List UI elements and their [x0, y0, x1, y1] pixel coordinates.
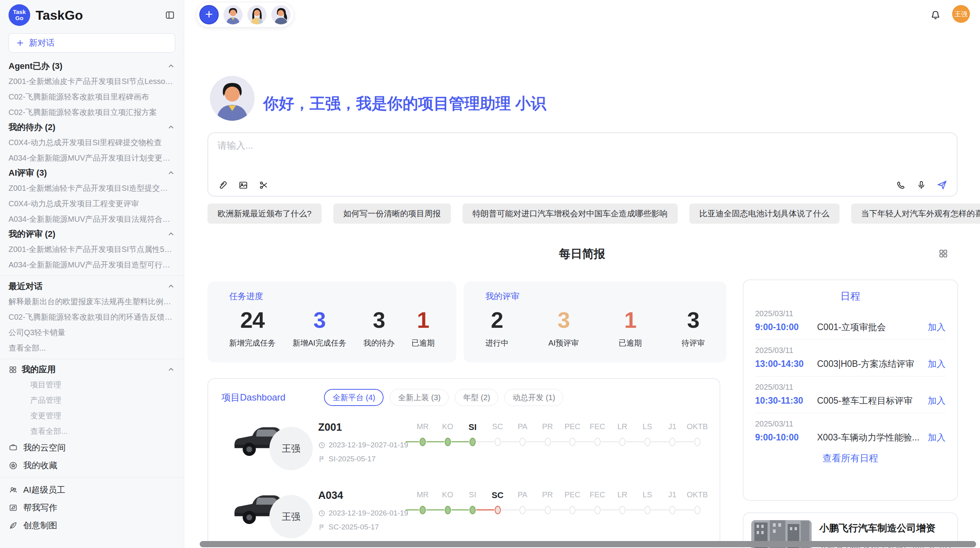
project-next-node: SI-2025-05-17 [318, 455, 375, 463]
recent-conversation-item[interactable]: C02-飞腾新能源轻客改款项目的闭环通告反馈情况 [9, 309, 175, 325]
sidebar-tool[interactable]: 创意制图 [9, 517, 175, 534]
sidebar-tool[interactable]: 帮我写作 [9, 499, 175, 517]
dashboard-tab[interactable]: 年型 (2) [455, 389, 498, 406]
join-meeting-link[interactable]: 加入 [928, 432, 946, 444]
join-meeting-link[interactable]: 加入 [928, 358, 946, 370]
chat-input[interactable] [217, 139, 948, 175]
milestone-dot[interactable] [495, 506, 501, 514]
suggestion-chip[interactable]: 特朗普可能对进口汽车增税会对中国车企造成哪些影响 [463, 204, 678, 224]
milestone-label: LS [635, 490, 660, 499]
sidebar-item[interactable]: C0X4-动力总成开发项目SI里程碑提交物检查 [9, 135, 175, 150]
milestone-dot[interactable] [545, 506, 551, 514]
microphone-icon[interactable] [916, 180, 927, 190]
chevron-up-icon[interactable] [167, 169, 175, 177]
dashboard-header: 项目Dashboard 全新平台 (4)全新上装 (3)年型 (2)动总开发 (… [208, 379, 720, 406]
milestone-dot[interactable] [694, 438, 701, 446]
app-item[interactable]: 变更管理 [9, 408, 175, 423]
add-assistant-button[interactable]: + [199, 5, 219, 24]
milestone-dot[interactable] [644, 506, 651, 514]
stat-item: 3待评审 [682, 308, 705, 348]
assistant-avatar-2[interactable] [247, 5, 267, 24]
dashboard-tab[interactable]: 全新平台 (4) [324, 389, 384, 406]
app-item[interactable]: 查看全部... [9, 423, 175, 439]
milestone-label: MR [410, 490, 435, 499]
assistant-avatar-1[interactable] [223, 5, 243, 24]
chevron-up-icon[interactable] [167, 365, 175, 374]
milestone-dot[interactable] [469, 438, 476, 446]
assistant-avatar-3[interactable] [271, 5, 291, 24]
milestone-dot[interactable] [595, 438, 601, 446]
collapse-sidebar-icon[interactable] [164, 10, 175, 21]
milestone-dot[interactable] [495, 438, 501, 446]
milestone-dot[interactable] [595, 506, 601, 514]
app-item[interactable]: 产品管理 [9, 392, 175, 408]
milestone-dot[interactable] [644, 438, 651, 446]
dashboard-tab[interactable]: 动总开发 (1) [504, 389, 563, 406]
milestone-dot[interactable] [669, 438, 675, 446]
milestone-dot[interactable] [519, 438, 526, 446]
milestone-segment [526, 441, 544, 442]
milestone-dot[interactable] [669, 506, 675, 514]
sidebar-item[interactable]: A034-全新新能源MUV产品开发项目计划变更表编写 [9, 150, 175, 166]
sidebar-item[interactable]: Z001-全新燃油轻卡产品开发项目SI节点属性5D文件评审 [9, 241, 175, 257]
suggestion-chip[interactable]: 欧洲新规最近颁布了什么? [207, 204, 322, 224]
view-all-schedule-link[interactable]: 查看所有日程 [744, 452, 957, 464]
chevron-up-icon[interactable] [167, 62, 175, 70]
layout-grid-icon[interactable] [938, 248, 948, 259]
my-apps-section: 我的应用项目管理产品管理变更管理查看全部... [9, 362, 175, 439]
recent-conversation-item[interactable]: 查看全部... [9, 340, 175, 356]
chevron-up-icon[interactable] [167, 282, 175, 291]
chevron-up-icon[interactable] [167, 230, 175, 238]
project-code: Z001 [318, 421, 342, 433]
milestone-dot[interactable] [469, 506, 476, 514]
stat-item: 3新增AI完成任务 [293, 308, 346, 348]
milestone-segment [601, 509, 619, 510]
voice-call-icon[interactable] [896, 180, 906, 190]
app-item[interactable]: 项目管理 [9, 377, 175, 392]
milestone-label: PEC [560, 490, 585, 499]
milestone-dot[interactable] [420, 506, 426, 514]
suggestion-chip[interactable]: 如何写一份清晰的项目周报 [333, 204, 451, 224]
attach-file-icon[interactable] [218, 180, 228, 190]
sidebar-tool[interactable]: AI超级员工 [9, 481, 175, 499]
schedule-card: 日程 2025/03/119:00-10:00C001-立项审批会加入2025/… [743, 279, 958, 501]
join-meeting-link[interactable]: 加入 [928, 395, 946, 407]
stat-label-text: 已逾期 [618, 338, 642, 348]
suggestion-chip[interactable]: 比亚迪全固态电池计划具体说了什么 [689, 204, 840, 224]
milestone-dot[interactable] [569, 506, 576, 514]
sidebar-item[interactable]: A034-全新新能源MUV产品开发项目法规符合性评审 [9, 211, 175, 227]
user-avatar[interactable]: 王强 [952, 5, 970, 23]
sidebar-item[interactable]: Z001-全新燃油轻卡产品开发项目SI造型提交物评审 [9, 180, 175, 196]
chevron-up-icon[interactable] [167, 123, 175, 132]
milestone-dot[interactable] [569, 438, 576, 446]
sidebar-item[interactable]: A034-全新新能源MUV产品开发项目造型可行性评审 [9, 257, 175, 272]
sidebar-shortcut[interactable]: 我的收藏 [9, 457, 175, 474]
dashboard-tab[interactable]: 全新上装 (3) [390, 389, 449, 406]
recent-conversation-item[interactable]: 公司Q3轻卡销量 [9, 325, 175, 340]
screenshot-scissors-icon[interactable] [259, 180, 269, 190]
send-icon[interactable] [937, 180, 947, 190]
milestone-dot[interactable] [420, 438, 426, 446]
milestone-segment [501, 441, 519, 442]
join-meeting-link[interactable]: 加入 [928, 321, 946, 333]
recent-conversation-item[interactable]: 解释最新出台的欧盟报废车法规再生塑料比例被调至15%... [9, 294, 175, 309]
milestone-dot[interactable] [519, 506, 526, 514]
milestone-dot[interactable] [619, 506, 625, 514]
sidebar-item[interactable]: C0X4-动力总成开发项目工程变更评审 [9, 196, 175, 211]
insert-image-icon[interactable] [238, 180, 248, 190]
sidebar-item[interactable]: C02-飞腾新能源轻客改款项目立项汇报方案 [9, 104, 175, 120]
sidebar-item[interactable]: Z001-全新燃油皮卡产品开发项目SI节点Lesson Learn报告 [9, 74, 175, 89]
milestone-dot[interactable] [445, 506, 451, 514]
new-chat-button[interactable]: 新对话 [9, 33, 175, 53]
milestone-dot[interactable] [694, 506, 701, 514]
notification-bell-icon[interactable] [930, 9, 941, 20]
horizontal-scrollbar[interactable] [200, 541, 976, 547]
suggestion-chip[interactable]: 当下年轻人对汽车外观有怎样的喜好趋势 [851, 204, 980, 224]
milestone-dot[interactable] [445, 438, 451, 446]
milestone-dot[interactable] [545, 438, 551, 446]
sidebar-shortcut[interactable]: 我的云空间 [9, 439, 175, 457]
ai-staff-icon [9, 485, 18, 495]
sidebar-item[interactable]: C02-飞腾新能源轻客改款项目里程碑画布 [9, 89, 175, 104]
clock-icon [318, 442, 326, 449]
milestone-dot[interactable] [619, 438, 625, 446]
